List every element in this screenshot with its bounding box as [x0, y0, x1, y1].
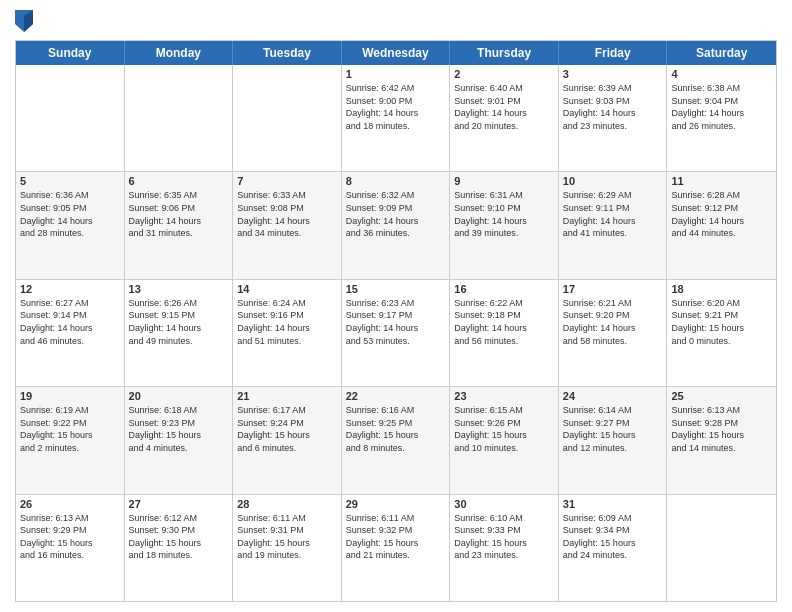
cell-info: Sunrise: 6:18 AM Sunset: 9:23 PM Dayligh… [129, 404, 229, 454]
cell-info: Sunrise: 6:11 AM Sunset: 9:31 PM Dayligh… [237, 512, 337, 562]
cell-info: Sunrise: 6:19 AM Sunset: 9:22 PM Dayligh… [20, 404, 120, 454]
calendar-cell-0-2 [233, 65, 342, 171]
day-number: 16 [454, 283, 554, 295]
cell-info: Sunrise: 6:29 AM Sunset: 9:11 PM Dayligh… [563, 189, 663, 239]
cell-info: Sunrise: 6:22 AM Sunset: 9:18 PM Dayligh… [454, 297, 554, 347]
calendar-cell-1-4: 9Sunrise: 6:31 AM Sunset: 9:10 PM Daylig… [450, 172, 559, 278]
cell-info: Sunrise: 6:32 AM Sunset: 9:09 PM Dayligh… [346, 189, 446, 239]
weekday-header-sunday: Sunday [16, 41, 125, 65]
cell-info: Sunrise: 6:11 AM Sunset: 9:32 PM Dayligh… [346, 512, 446, 562]
calendar-cell-4-3: 29Sunrise: 6:11 AM Sunset: 9:32 PM Dayli… [342, 495, 451, 601]
calendar: SundayMondayTuesdayWednesdayThursdayFrid… [15, 40, 777, 602]
calendar-cell-4-0: 26Sunrise: 6:13 AM Sunset: 9:29 PM Dayli… [16, 495, 125, 601]
cell-info: Sunrise: 6:21 AM Sunset: 9:20 PM Dayligh… [563, 297, 663, 347]
calendar-cell-3-5: 24Sunrise: 6:14 AM Sunset: 9:27 PM Dayli… [559, 387, 668, 493]
calendar-cell-1-5: 10Sunrise: 6:29 AM Sunset: 9:11 PM Dayli… [559, 172, 668, 278]
day-number: 1 [346, 68, 446, 80]
day-number: 20 [129, 390, 229, 402]
weekday-header-saturday: Saturday [667, 41, 776, 65]
day-number: 4 [671, 68, 772, 80]
calendar-body: 1Sunrise: 6:42 AM Sunset: 9:00 PM Daylig… [16, 65, 776, 601]
calendar-cell-2-5: 17Sunrise: 6:21 AM Sunset: 9:20 PM Dayli… [559, 280, 668, 386]
day-number: 22 [346, 390, 446, 402]
cell-info: Sunrise: 6:12 AM Sunset: 9:30 PM Dayligh… [129, 512, 229, 562]
calendar-cell-2-6: 18Sunrise: 6:20 AM Sunset: 9:21 PM Dayli… [667, 280, 776, 386]
day-number: 2 [454, 68, 554, 80]
day-number: 19 [20, 390, 120, 402]
day-number: 10 [563, 175, 663, 187]
cell-info: Sunrise: 6:33 AM Sunset: 9:08 PM Dayligh… [237, 189, 337, 239]
day-number: 21 [237, 390, 337, 402]
calendar-cell-0-5: 3Sunrise: 6:39 AM Sunset: 9:03 PM Daylig… [559, 65, 668, 171]
day-number: 11 [671, 175, 772, 187]
calendar-cell-2-1: 13Sunrise: 6:26 AM Sunset: 9:15 PM Dayli… [125, 280, 234, 386]
weekday-header-monday: Monday [125, 41, 234, 65]
calendar-cell-3-2: 21Sunrise: 6:17 AM Sunset: 9:24 PM Dayli… [233, 387, 342, 493]
calendar-cell-1-0: 5Sunrise: 6:36 AM Sunset: 9:05 PM Daylig… [16, 172, 125, 278]
day-number: 25 [671, 390, 772, 402]
day-number: 5 [20, 175, 120, 187]
calendar-header: SundayMondayTuesdayWednesdayThursdayFrid… [16, 41, 776, 65]
weekday-header-friday: Friday [559, 41, 668, 65]
calendar-cell-3-6: 25Sunrise: 6:13 AM Sunset: 9:28 PM Dayli… [667, 387, 776, 493]
cell-info: Sunrise: 6:16 AM Sunset: 9:25 PM Dayligh… [346, 404, 446, 454]
calendar-cell-3-0: 19Sunrise: 6:19 AM Sunset: 9:22 PM Dayli… [16, 387, 125, 493]
calendar-cell-4-4: 30Sunrise: 6:10 AM Sunset: 9:33 PM Dayli… [450, 495, 559, 601]
calendar-cell-1-6: 11Sunrise: 6:28 AM Sunset: 9:12 PM Dayli… [667, 172, 776, 278]
calendar-row-4: 26Sunrise: 6:13 AM Sunset: 9:29 PM Dayli… [16, 494, 776, 601]
cell-info: Sunrise: 6:36 AM Sunset: 9:05 PM Dayligh… [20, 189, 120, 239]
cell-info: Sunrise: 6:17 AM Sunset: 9:24 PM Dayligh… [237, 404, 337, 454]
calendar-cell-0-3: 1Sunrise: 6:42 AM Sunset: 9:00 PM Daylig… [342, 65, 451, 171]
calendar-row-3: 19Sunrise: 6:19 AM Sunset: 9:22 PM Dayli… [16, 386, 776, 493]
weekday-header-tuesday: Tuesday [233, 41, 342, 65]
day-number: 6 [129, 175, 229, 187]
calendar-cell-0-1 [125, 65, 234, 171]
day-number: 28 [237, 498, 337, 510]
day-number: 15 [346, 283, 446, 295]
day-number: 14 [237, 283, 337, 295]
calendar-cell-0-4: 2Sunrise: 6:40 AM Sunset: 9:01 PM Daylig… [450, 65, 559, 171]
calendar-cell-4-2: 28Sunrise: 6:11 AM Sunset: 9:31 PM Dayli… [233, 495, 342, 601]
page-header [15, 10, 777, 32]
cell-info: Sunrise: 6:28 AM Sunset: 9:12 PM Dayligh… [671, 189, 772, 239]
calendar-cell-1-1: 6Sunrise: 6:35 AM Sunset: 9:06 PM Daylig… [125, 172, 234, 278]
day-number: 30 [454, 498, 554, 510]
day-number: 27 [129, 498, 229, 510]
logo [15, 10, 37, 32]
day-number: 29 [346, 498, 446, 510]
cell-info: Sunrise: 6:42 AM Sunset: 9:00 PM Dayligh… [346, 82, 446, 132]
cell-info: Sunrise: 6:13 AM Sunset: 9:28 PM Dayligh… [671, 404, 772, 454]
calendar-cell-2-0: 12Sunrise: 6:27 AM Sunset: 9:14 PM Dayli… [16, 280, 125, 386]
calendar-cell-2-4: 16Sunrise: 6:22 AM Sunset: 9:18 PM Dayli… [450, 280, 559, 386]
calendar-cell-0-0 [16, 65, 125, 171]
weekday-header-thursday: Thursday [450, 41, 559, 65]
cell-info: Sunrise: 6:09 AM Sunset: 9:34 PM Dayligh… [563, 512, 663, 562]
day-number: 3 [563, 68, 663, 80]
cell-info: Sunrise: 6:13 AM Sunset: 9:29 PM Dayligh… [20, 512, 120, 562]
cell-info: Sunrise: 6:31 AM Sunset: 9:10 PM Dayligh… [454, 189, 554, 239]
day-number: 7 [237, 175, 337, 187]
cell-info: Sunrise: 6:23 AM Sunset: 9:17 PM Dayligh… [346, 297, 446, 347]
logo-icon [15, 10, 33, 32]
day-number: 26 [20, 498, 120, 510]
weekday-header-wednesday: Wednesday [342, 41, 451, 65]
day-number: 18 [671, 283, 772, 295]
day-number: 13 [129, 283, 229, 295]
calendar-cell-3-3: 22Sunrise: 6:16 AM Sunset: 9:25 PM Dayli… [342, 387, 451, 493]
calendar-cell-4-1: 27Sunrise: 6:12 AM Sunset: 9:30 PM Dayli… [125, 495, 234, 601]
cell-info: Sunrise: 6:14 AM Sunset: 9:27 PM Dayligh… [563, 404, 663, 454]
cell-info: Sunrise: 6:10 AM Sunset: 9:33 PM Dayligh… [454, 512, 554, 562]
day-number: 24 [563, 390, 663, 402]
cell-info: Sunrise: 6:15 AM Sunset: 9:26 PM Dayligh… [454, 404, 554, 454]
day-number: 8 [346, 175, 446, 187]
calendar-cell-4-5: 31Sunrise: 6:09 AM Sunset: 9:34 PM Dayli… [559, 495, 668, 601]
cell-info: Sunrise: 6:24 AM Sunset: 9:16 PM Dayligh… [237, 297, 337, 347]
day-number: 12 [20, 283, 120, 295]
cell-info: Sunrise: 6:26 AM Sunset: 9:15 PM Dayligh… [129, 297, 229, 347]
calendar-cell-2-2: 14Sunrise: 6:24 AM Sunset: 9:16 PM Dayli… [233, 280, 342, 386]
calendar-row-0: 1Sunrise: 6:42 AM Sunset: 9:00 PM Daylig… [16, 65, 776, 171]
day-number: 23 [454, 390, 554, 402]
calendar-cell-2-3: 15Sunrise: 6:23 AM Sunset: 9:17 PM Dayli… [342, 280, 451, 386]
calendar-cell-4-6 [667, 495, 776, 601]
calendar-cell-1-3: 8Sunrise: 6:32 AM Sunset: 9:09 PM Daylig… [342, 172, 451, 278]
